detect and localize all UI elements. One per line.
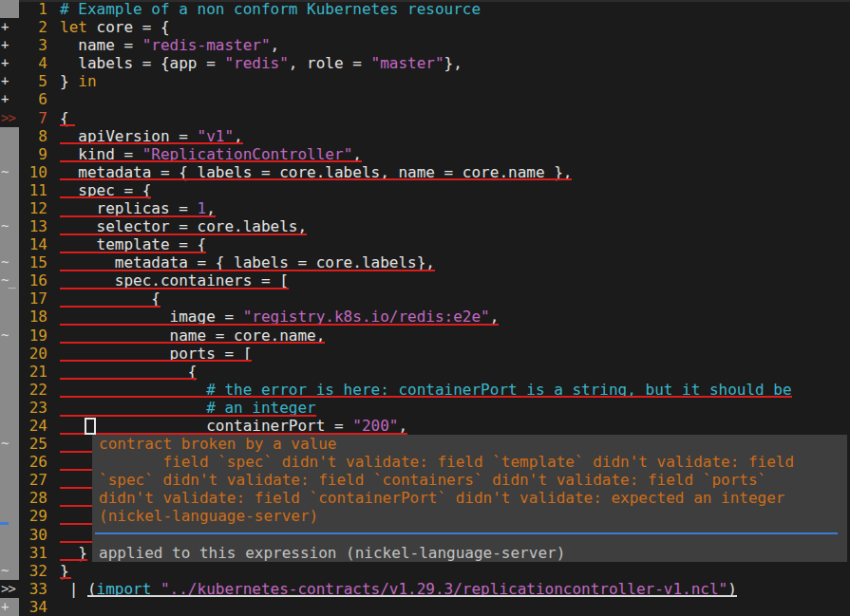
line-number: 27 <box>13 471 47 489</box>
gutter-blue-marker <box>0 522 9 525</box>
code-token-text: , <box>271 36 280 54</box>
code-token-comment: # Example of a non conform Kubernetes re… <box>60 0 481 18</box>
line-number: 31 <box>13 544 47 562</box>
code-line[interactable]: } in <box>60 72 97 90</box>
code-editor: +++++>>~~~~_~~~>>+1234567891011121314151… <box>0 0 850 616</box>
code-token-string: "redis" <box>224 54 288 72</box>
line-number: 26 <box>13 453 47 471</box>
code-line[interactable]: # Example of a non conform Kubernetes re… <box>60 0 481 18</box>
line-number: 33 <box>13 580 47 598</box>
line-number: 21 <box>13 363 47 381</box>
code-line[interactable]: labels = {app = "redis", role = "master"… <box>60 54 463 72</box>
code-line[interactable]: let core = { <box>60 18 170 36</box>
diagnostic-separator-row <box>99 525 847 543</box>
line-number: 20 <box>13 345 47 363</box>
line-number: 4 <box>13 54 47 72</box>
diagnostic-message-line: `spec` didn't validate: field `container… <box>99 471 847 489</box>
line-number: 5 <box>13 72 47 90</box>
code-token-string: "master" <box>371 54 444 72</box>
line-number: 19 <box>13 327 47 345</box>
line-number: 6 <box>13 90 47 108</box>
line-number: 18 <box>13 308 47 326</box>
code-token-string: "redis-master" <box>142 36 271 54</box>
line-number: 24 <box>13 417 47 435</box>
diagnostic-separator-line <box>95 532 838 534</box>
diagnostic-popup: contract broken by a value field `spec` … <box>92 435 847 562</box>
error-underline <box>60 523 92 525</box>
line-number: 12 <box>13 199 47 217</box>
line-number: 2 <box>13 18 47 36</box>
error-underline <box>60 469 92 471</box>
code-token-text: name = <box>60 36 142 54</box>
diagnostic-message-line: (nickel-language-server) <box>99 507 847 525</box>
line-number: 25 <box>13 435 47 453</box>
diagnostic-message-line: contract broken by a value <box>99 435 847 453</box>
diagnostic-message-line: field `spec` didn't validate: field `tem… <box>99 453 847 471</box>
code-token-keyword: let <box>60 18 87 36</box>
line-number: 16 <box>13 271 47 289</box>
cursor <box>85 418 96 435</box>
line-number: 15 <box>13 253 47 271</box>
code-token-text: , role = <box>289 54 371 72</box>
code-token-text: core = { <box>87 18 170 36</box>
line-number: 30 <box>13 526 47 544</box>
line-number: 23 <box>13 399 47 417</box>
line-number: 1 <box>13 0 47 18</box>
line-number: 29 <box>13 507 47 525</box>
line-number: 13 <box>13 217 47 235</box>
line-number: 3 <box>13 36 47 54</box>
line-number: 14 <box>13 235 47 253</box>
line-number: 10 <box>13 163 47 181</box>
line-number: 17 <box>13 289 47 308</box>
code-line[interactable]: name = "redis-master", <box>60 36 279 54</box>
error-underline <box>60 451 92 453</box>
line-number: 22 <box>13 381 47 399</box>
error-underline <box>60 487 92 489</box>
code-token-text: labels = {app = <box>60 54 224 72</box>
code-token-keyword: in <box>78 72 96 90</box>
line-number: 7 <box>13 109 47 127</box>
line-number: 28 <box>13 489 47 507</box>
code-token-text: } <box>60 72 78 90</box>
line-number: 34 <box>13 598 47 616</box>
diagnostic-footer-message: applied to this expression (nickel-langu… <box>99 544 847 562</box>
line-number: 11 <box>13 181 47 199</box>
info-underline <box>87 595 737 597</box>
code-token-text: }, <box>444 54 463 72</box>
line-number: 32 <box>13 562 47 580</box>
line-number: 9 <box>13 145 47 163</box>
error-underline <box>60 505 92 507</box>
line-number: 8 <box>13 127 47 145</box>
diagnostic-message-line: didn't validate: field `containerPort` d… <box>99 489 847 507</box>
